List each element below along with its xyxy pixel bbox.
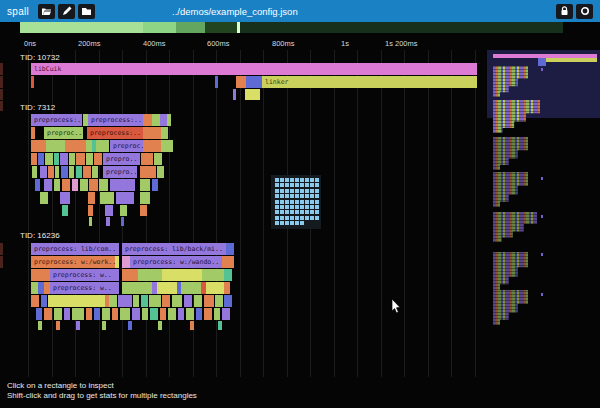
flame-bar[interactable] (76, 166, 82, 178)
flame-bar[interactable] (38, 321, 42, 330)
flame-bar[interactable] (31, 127, 35, 139)
flame-bar[interactable]: preprocess: w.. (50, 282, 119, 294)
flame-bar[interactable] (118, 295, 132, 307)
settings-button[interactable] (576, 4, 593, 19)
flame-bar[interactable] (38, 153, 44, 165)
flame-bar[interactable] (138, 269, 162, 281)
event-grid-cell[interactable] (300, 183, 304, 187)
event-grid-cell[interactable] (290, 178, 294, 182)
flame-bar[interactable] (154, 153, 162, 165)
flame-bar[interactable] (190, 321, 194, 330)
flame-bar[interactable] (224, 295, 232, 307)
lock-button[interactable] (556, 4, 573, 19)
flame-bar[interactable] (44, 179, 52, 191)
event-grid-cell[interactable] (315, 178, 319, 182)
flame-bar[interactable] (140, 192, 150, 204)
event-grid-cell[interactable] (295, 178, 299, 182)
event-grid-cell[interactable] (295, 183, 299, 187)
flame-bar[interactable] (167, 114, 171, 126)
flame-bar[interactable]: libCuik (31, 63, 477, 75)
event-grid-cell[interactable] (290, 221, 294, 225)
flame-bar[interactable] (69, 166, 74, 178)
flame-bar[interactable] (76, 153, 85, 165)
event-grid-cell[interactable] (285, 210, 289, 214)
flame-bar[interactable] (157, 166, 164, 178)
flame-bar[interactable] (226, 243, 234, 255)
flame-bar[interactable] (184, 295, 192, 307)
event-grid-cell[interactable] (275, 216, 279, 220)
flame-bar[interactable]: preprocess: lib/back/mi.. (122, 243, 226, 255)
event-grid-cell[interactable] (290, 205, 294, 209)
flame-bar[interactable] (60, 192, 70, 204)
flame-bar[interactable] (160, 308, 166, 320)
flame-bar[interactable]: preprocess:.. (87, 127, 143, 139)
flame-bar[interactable] (162, 269, 202, 281)
flame-bar[interactable] (214, 308, 220, 320)
flame-bar[interactable] (109, 295, 117, 307)
event-grid-cell[interactable] (305, 183, 309, 187)
flame-bar[interactable] (96, 140, 109, 152)
flame-bar[interactable] (89, 179, 98, 191)
flame-bar[interactable] (140, 205, 147, 216)
flame-bar[interactable] (178, 308, 184, 320)
event-grid-cell[interactable] (305, 210, 309, 214)
event-grid-cell[interactable] (310, 210, 314, 214)
flame-bar[interactable] (102, 321, 106, 330)
event-grid-cell[interactable] (300, 221, 304, 225)
flame-bar[interactable] (140, 179, 150, 191)
event-grid-cell[interactable] (295, 200, 299, 204)
event-grid-cell[interactable] (285, 194, 289, 198)
event-grid-cell[interactable] (310, 189, 314, 193)
event-grid-cell[interactable] (280, 178, 284, 182)
flame-bar[interactable] (122, 256, 130, 268)
flame-bar[interactable] (110, 179, 135, 191)
flame-bar[interactable] (215, 76, 218, 88)
event-grid-cell[interactable] (285, 200, 289, 204)
flame-bar[interactable] (218, 321, 222, 330)
flame-bar[interactable] (143, 140, 161, 152)
event-grid-cell[interactable] (285, 183, 289, 187)
event-grid-cell[interactable] (315, 200, 319, 204)
event-grid-cell[interactable] (275, 210, 279, 214)
event-grid-cell[interactable] (280, 216, 284, 220)
event-grid-cell[interactable] (275, 189, 279, 193)
flame-bar[interactable] (31, 295, 39, 307)
flame-bar[interactable] (0, 89, 3, 100)
flame-bar[interactable] (202, 269, 224, 281)
flame-bar[interactable] (0, 101, 3, 111)
event-grid-cell[interactable] (295, 194, 299, 198)
event-grid-cell[interactable] (300, 205, 304, 209)
flame-bar[interactable] (204, 295, 214, 307)
flame-bar[interactable] (206, 282, 224, 294)
flame-bar[interactable]: prepro.. (103, 166, 137, 178)
flame-bar[interactable] (55, 166, 59, 178)
edit-button[interactable] (58, 4, 75, 19)
flame-bar[interactable] (222, 308, 230, 320)
event-grid-cell[interactable] (290, 183, 294, 187)
event-grid-cell[interactable] (285, 205, 289, 209)
flame-bar[interactable] (162, 295, 170, 307)
event-grid-cell[interactable] (295, 205, 299, 209)
flame-bar[interactable] (120, 205, 127, 216)
event-grid-cell[interactable] (300, 210, 304, 214)
flame-bar[interactable] (45, 153, 53, 165)
flame-bar[interactable] (54, 308, 62, 320)
flame-bar[interactable] (186, 308, 194, 320)
event-grid-cell[interactable] (310, 216, 314, 220)
event-grid-cell[interactable] (310, 183, 314, 187)
flame-bar[interactable] (143, 127, 161, 139)
flame-bar[interactable] (62, 179, 70, 191)
flame-bar[interactable] (64, 308, 70, 320)
event-grid-cell[interactable] (285, 216, 289, 220)
event-grid-cell[interactable] (285, 221, 289, 225)
flame-bar[interactable] (142, 308, 148, 320)
event-grid-cell[interactable] (280, 183, 284, 187)
flame-bar[interactable] (40, 166, 47, 178)
event-grid-cell[interactable] (315, 194, 319, 198)
flame-bar[interactable] (122, 282, 152, 294)
flame-bar[interactable] (246, 76, 262, 88)
flame-bar[interactable] (149, 295, 161, 307)
flame-bar[interactable] (106, 217, 110, 226)
flame-bar[interactable] (181, 282, 201, 294)
flame-bar[interactable] (40, 192, 48, 204)
